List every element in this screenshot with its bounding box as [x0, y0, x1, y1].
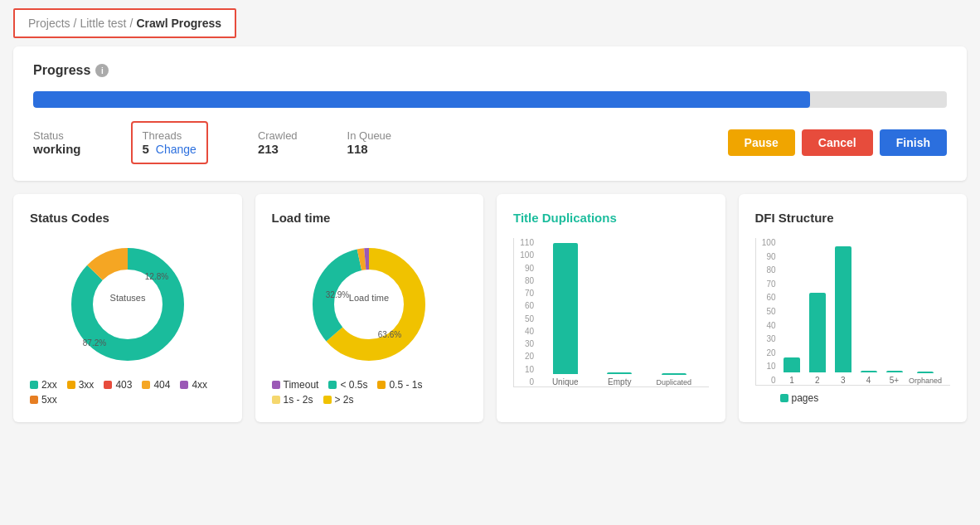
status-codes-donut: Statuses 87.2% 12.8% [61, 238, 194, 371]
status-codes-donut-wrapper: Statuses 87.2% 12.8% 2xx 3xx [30, 238, 226, 406]
legend-label-4xx: 4xx [192, 379, 207, 391]
load-time-legend: Timeout < 0.5s 0.5 - 1s 1s - 2s [272, 379, 468, 406]
finish-button[interactable]: Finish [880, 129, 947, 156]
load-time-donut: Load time 63.6% 32.9% [303, 238, 435, 371]
bar-duplicated: Duplicated [648, 373, 701, 386]
cancel-button[interactable]: Cancel [802, 129, 873, 156]
status-value: working [33, 142, 81, 156]
bar-duplicated-fill [662, 373, 686, 375]
charts-row: Status Codes Statuses 87.2% 12.8% [13, 194, 967, 422]
status-codes-card: Status Codes Statuses 87.2% 12.8% [13, 194, 242, 422]
breadcrumb: Projects / Little test / Crawl Progress [13, 8, 236, 38]
title-dup-bars: 110 100 90 80 70 60 50 40 30 20 10 0 [513, 238, 709, 387]
bar-dfi-orphaned: Orphaned [909, 372, 942, 385]
bar-unique-label: Unique [552, 377, 579, 386]
bar-dfi-orphaned-fill [917, 372, 934, 373]
svg-text:12.8%: 12.8% [145, 272, 168, 281]
bar-dfi-5plus-fill [886, 371, 903, 372]
queue-value: 118 [347, 142, 392, 156]
svg-text:32.9%: 32.9% [326, 290, 349, 299]
legend-05-1: 0.5 - 1s [377, 379, 422, 391]
dfi-legend-dot [780, 394, 788, 402]
legend-dot-4xx [180, 381, 188, 389]
legend-label-404: 404 [153, 379, 170, 391]
bar-dfi-2-fill [809, 293, 826, 372]
bar-dfi-1-fill [784, 357, 800, 372]
breadcrumb-current: Crawl Progress [136, 17, 221, 30]
bar-dfi-4-label: 4 [866, 376, 871, 385]
title-dup-title: Title Duplications [513, 211, 709, 225]
breadcrumb-projects-link[interactable]: Projects [28, 17, 70, 30]
bar-dfi-1: 1 [781, 357, 803, 385]
breadcrumb-sep2: / [130, 17, 133, 30]
queue-block: In Queue 118 [347, 129, 392, 156]
legend-dot-lt05 [328, 381, 337, 389]
progress-title: Progress i [33, 63, 947, 78]
bar-dfi-5plus: 5+ [883, 371, 905, 385]
bar-dfi-3-fill [835, 246, 851, 372]
legend-label-gt2: > 2s [335, 394, 354, 406]
progress-bar-container [33, 91, 947, 108]
progress-bar-fill [33, 91, 810, 108]
legend-5xx: 5xx [30, 394, 57, 406]
legend-label-1-2: 1s - 2s [284, 394, 313, 406]
queue-label: In Queue [347, 129, 392, 142]
legend-label-lt05: < 0.5s [340, 379, 367, 391]
breadcrumb-project-link[interactable]: Little test [80, 17, 126, 30]
status-codes-title: Status Codes [30, 211, 226, 225]
legend-dot-3xx [67, 381, 75, 389]
bar-empty-label: Empty [608, 377, 631, 386]
info-icon: i [95, 64, 109, 77]
load-time-donut-wrapper: Load time 63.6% 32.9% Timeout < 0.5s [272, 238, 468, 406]
legend-label-05-1: 0.5 - 1s [389, 379, 422, 391]
progress-stats: Status working Threads 5 Change Crawled … [33, 121, 947, 164]
threads-row: 5 Change [143, 142, 196, 156]
legend-dot-404 [142, 381, 150, 389]
progress-card: Progress i Status working Threads 5 Chan… [13, 46, 967, 181]
legend-4xx: 4xx [180, 379, 207, 391]
legend-dot-05-1 [377, 381, 386, 389]
bar-dfi-3-label: 3 [841, 376, 846, 385]
crawled-value: 213 [258, 142, 298, 156]
dfi-chart: 100 90 80 70 60 50 40 30 20 10 0 [755, 238, 951, 404]
svg-text:63.6%: 63.6% [378, 330, 401, 339]
pause-button[interactable]: Pause [728, 129, 795, 156]
action-buttons: Pause Cancel Finish [728, 129, 947, 156]
bar-unique-fill [553, 243, 578, 374]
legend-404: 404 [142, 379, 170, 391]
legend-dot-timeout [272, 381, 280, 389]
status-codes-legend: 2xx 3xx 403 404 [30, 379, 226, 406]
status-block: Status working [33, 129, 81, 156]
title-dup-card: Title Duplications 110 100 90 80 70 60 5… [497, 194, 725, 422]
change-link[interactable]: Change [156, 143, 196, 156]
progress-title-text: Progress [33, 63, 90, 78]
threads-label: Threads [143, 129, 196, 142]
legend-2xx: 2xx [30, 379, 57, 391]
legend-lt05: < 0.5s [328, 379, 367, 391]
svg-text:Statuses: Statuses [109, 293, 145, 303]
dfi-card: DFI Structure 100 90 80 70 60 50 40 30 2… [739, 194, 968, 422]
bar-dfi-2-label: 2 [815, 376, 820, 385]
title-dup-chart: 110 100 90 80 70 60 50 40 30 20 10 0 [513, 238, 709, 404]
load-time-card: Load time Load time 63.6% 32.9% [255, 194, 484, 422]
legend-403: 403 [104, 379, 132, 391]
load-time-title: Load time [272, 211, 468, 225]
breadcrumb-sep1: / [74, 17, 77, 30]
bar-dfi-1-label: 1 [789, 376, 794, 385]
legend-timeout: Timeout [272, 379, 319, 391]
legend-dot-2xx [30, 381, 38, 389]
bar-empty-fill [607, 372, 632, 374]
bar-dfi-3: 3 [832, 246, 854, 385]
legend-1-2: 1s - 2s [272, 394, 313, 406]
dfi-yaxis: 100 90 80 70 60 50 40 30 20 10 0 [756, 238, 779, 385]
dfi-legend-label: pages [792, 392, 819, 404]
legend-label-5xx: 5xx [41, 394, 57, 406]
bar-empty: Empty [594, 372, 647, 386]
threads-block: Threads 5 Change [131, 121, 208, 164]
crawled-block: Crawled 213 [258, 129, 298, 156]
legend-label-3xx: 3xx [79, 379, 95, 391]
legend-label-2xx: 2xx [41, 379, 57, 391]
bar-unique: Unique [539, 243, 592, 386]
dfi-title: DFI Structure [755, 211, 951, 225]
title-dup-yaxis: 110 100 90 80 70 60 50 40 30 20 10 0 [514, 238, 537, 386]
